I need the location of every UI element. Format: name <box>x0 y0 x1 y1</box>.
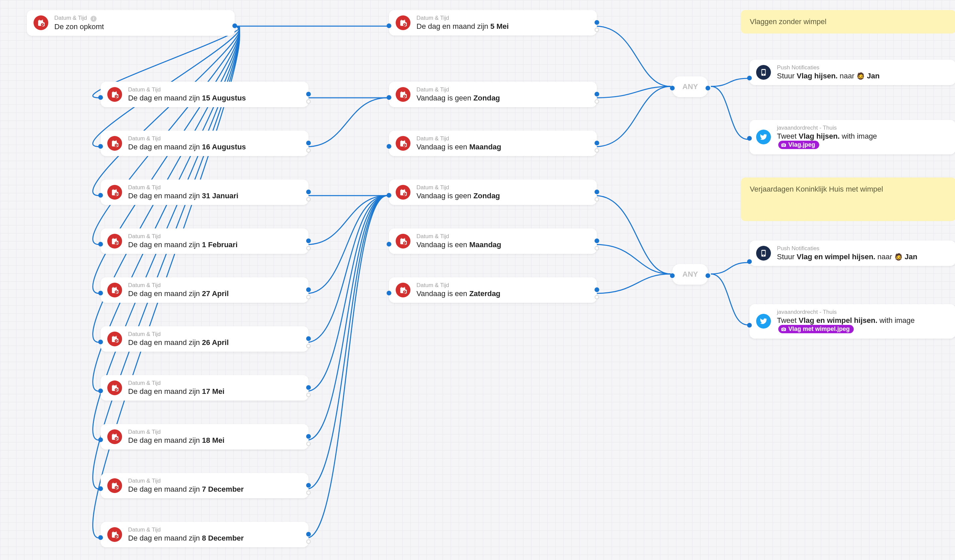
input-port[interactable] <box>670 273 675 278</box>
input-port[interactable] <box>98 291 103 295</box>
output-port[interactable] <box>306 434 311 439</box>
output-port[interactable] <box>306 190 311 194</box>
date-card-4[interactable]: Datum & Tijd De dag en maand zijn 27 Apr… <box>100 277 308 303</box>
output-port[interactable] <box>595 239 599 243</box>
card-prefix: Vandaag is een <box>416 289 469 298</box>
date-card-1[interactable]: Datum & Tijd De dag en maand zijn 16 Aug… <box>100 131 308 156</box>
date-card-b1[interactable]: Datum & Tijd Vandaag is een Maandag <box>389 228 597 254</box>
info-icon: i <box>91 16 97 22</box>
date-card-5[interactable]: Datum & Tijd De dag en maand zijn 26 Apr… <box>100 326 308 352</box>
note-2[interactable]: Verjaardagen Koninklijk Huis met wimpel <box>741 178 955 221</box>
output-port-2[interactable] <box>306 539 311 544</box>
input-port[interactable] <box>747 76 752 80</box>
output-port-2[interactable] <box>595 99 599 104</box>
output-port[interactable] <box>306 532 311 537</box>
card-prefix: De dag en maand zijn <box>128 240 202 249</box>
calendar-clock-icon <box>396 16 410 30</box>
date-card-0[interactable]: Datum & Tijd De dag en maand zijn 15 Aug… <box>100 82 308 107</box>
output-port-2[interactable] <box>306 295 311 299</box>
attachment-chip[interactable]: Vlag met wimpel.jpeg <box>778 325 854 333</box>
output-port[interactable] <box>232 23 237 28</box>
input-port[interactable] <box>387 291 391 295</box>
output-port[interactable] <box>595 190 599 194</box>
output-port-2[interactable] <box>306 344 311 348</box>
date-card-8[interactable]: Datum & Tijd De dag en maand zijn 7 Dece… <box>100 473 308 498</box>
input-port[interactable] <box>387 95 391 100</box>
input-port[interactable] <box>98 95 103 100</box>
output-port-2[interactable] <box>306 99 311 104</box>
input-port[interactable] <box>387 242 391 246</box>
output-port[interactable] <box>706 273 710 278</box>
input-port[interactable] <box>98 193 103 198</box>
input-port[interactable] <box>98 437 103 442</box>
output-port[interactable] <box>595 141 599 145</box>
card-prefix: De dag en maand zijn <box>128 289 202 298</box>
input-port[interactable] <box>747 259 752 264</box>
input-port[interactable] <box>670 86 675 90</box>
output-port[interactable] <box>595 287 599 292</box>
card-bold: Zondag <box>473 94 500 102</box>
input-port[interactable] <box>98 340 103 344</box>
output-port[interactable] <box>706 86 710 90</box>
card-category: Datum & Tijd <box>128 477 244 484</box>
card-category: Datum & Tijd <box>128 135 246 142</box>
output-port[interactable] <box>595 92 599 97</box>
output-port-2[interactable] <box>595 28 599 32</box>
tweet-action-1[interactable]: javaandordrecht - Thuis Tweet Vlag hijse… <box>750 120 955 154</box>
input-port[interactable] <box>747 136 752 141</box>
attachment-chip[interactable]: Vlag.jpeg <box>778 141 819 149</box>
date-card-3[interactable]: Datum & Tijd De dag en maand zijn 1 Febr… <box>100 228 308 254</box>
twitter-icon <box>756 129 771 144</box>
input-port[interactable] <box>387 193 391 198</box>
date-card-2[interactable]: Datum & Tijd De dag en maand zijn 31 Jan… <box>100 179 308 205</box>
output-port[interactable] <box>306 483 311 488</box>
output-port-2[interactable] <box>306 246 311 251</box>
output-port-2[interactable] <box>306 441 311 446</box>
output-port[interactable] <box>306 92 311 97</box>
card-title: De zon opkomt <box>54 22 104 31</box>
output-port-2[interactable] <box>306 490 311 495</box>
date-card-6[interactable]: Datum & Tijd De dag en maand zijn 17 Mei <box>100 375 308 401</box>
input-port[interactable] <box>747 323 752 328</box>
output-port-2[interactable] <box>306 393 311 397</box>
any-operator-2[interactable]: ANY <box>672 264 708 285</box>
input-port[interactable] <box>98 535 103 540</box>
any-operator-1[interactable]: ANY <box>672 76 708 97</box>
date-card-a1[interactable]: Datum & Tijd Vandaag is een Maandag <box>389 131 597 156</box>
calendar-clock-icon <box>107 136 122 151</box>
output-port-2[interactable] <box>306 148 311 153</box>
calendar-clock-icon <box>33 16 48 30</box>
output-port[interactable] <box>306 385 311 390</box>
input-port[interactable] <box>98 144 103 149</box>
input-port[interactable] <box>98 486 103 491</box>
output-port[interactable] <box>306 239 311 243</box>
calendar-clock-icon <box>396 136 410 151</box>
input-port[interactable] <box>387 23 391 28</box>
input-port[interactable] <box>98 242 103 246</box>
trigger-card[interactable]: Datum & Tijd i De zon opkomt <box>27 10 235 36</box>
input-port[interactable] <box>387 144 391 149</box>
push-action-2[interactable]: Push Notificaties Stuur Vlag en wimpel h… <box>750 240 955 266</box>
date-card-a0[interactable]: Datum & Tijd Vandaag is geen Zondag <box>389 82 597 107</box>
output-port-2[interactable] <box>595 295 599 299</box>
output-port[interactable] <box>306 336 311 341</box>
date-card-5mei[interactable]: Datum & Tijd De dag en maand zijn 5 Mei <box>389 10 597 36</box>
date-card-b2[interactable]: Datum & Tijd Vandaag is een Zaterdag <box>389 277 597 303</box>
date-card-9[interactable]: Datum & Tijd De dag en maand zijn 8 Dece… <box>100 522 308 547</box>
tweet-action-2[interactable]: javaandordrecht - Thuis Tweet Vlag en wi… <box>750 304 955 338</box>
output-port[interactable] <box>306 141 311 145</box>
output-port-2[interactable] <box>306 197 311 202</box>
date-card-b0[interactable]: Datum & Tijd Vandaag is geen Zondag <box>389 179 597 205</box>
push-action-1[interactable]: Push Notificaties Stuur Vlag hijsen. naa… <box>750 59 955 85</box>
output-port[interactable] <box>306 287 311 292</box>
note-1[interactable]: Vlaggen zonder wimpel <box>741 10 955 33</box>
card-category: Datum & Tijd <box>128 282 229 289</box>
output-port-2[interactable] <box>595 148 599 153</box>
card-bold: 5 Mei <box>490 22 509 30</box>
output-port-2[interactable] <box>595 197 599 202</box>
input-port[interactable] <box>98 388 103 393</box>
date-card-7[interactable]: Datum & Tijd De dag en maand zijn 18 Mei <box>100 424 308 449</box>
card-bold: Zaterdag <box>469 289 500 298</box>
output-port-2[interactable] <box>595 246 599 251</box>
output-port[interactable] <box>595 20 599 25</box>
